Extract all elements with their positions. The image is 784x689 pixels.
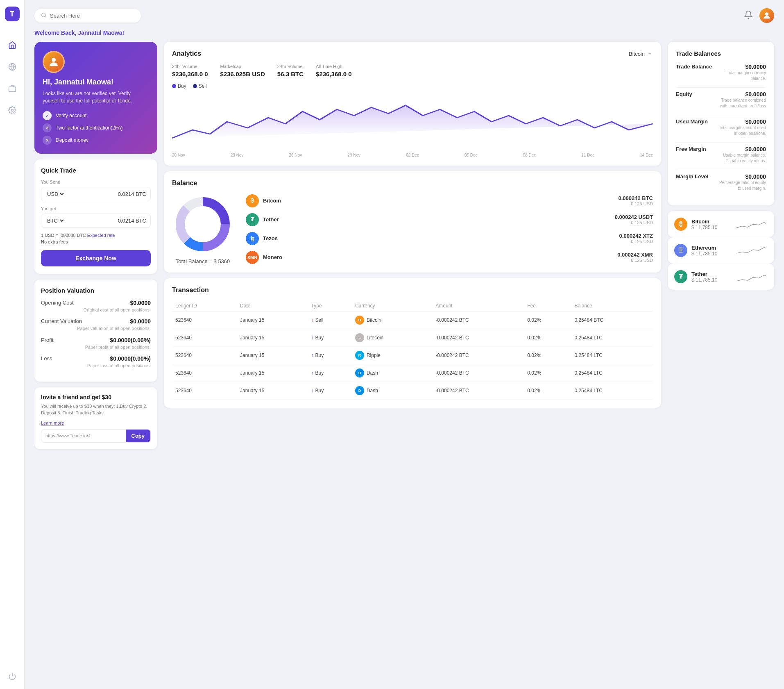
tb-label-2: Used Margin — [676, 118, 708, 125]
tx-currency: B Bitcoin — [352, 312, 432, 329]
sidebar-item-settings[interactable] — [8, 106, 16, 116]
step-2fa[interactable]: ✕ Two-factor authentication(2FA) — [43, 123, 149, 132]
main-content: Welcome Back, Jannatul Maowa! Hi, Jannat… — [25, 0, 784, 689]
tx-currency: L Litecoin — [352, 329, 432, 347]
tether-asset-icon: ₮ — [674, 270, 687, 283]
right-column: Trade Balances Trade Balance $0.0000 Tot… — [668, 42, 774, 290]
ethereum-asset-icon: Ξ — [674, 244, 687, 257]
balance-total: Total Balance = $ 5360 — [176, 258, 230, 264]
tb-label-4: Margin Level — [676, 173, 708, 180]
welcome-text: Welcome Back, Jannatul Maowa! — [34, 30, 774, 36]
profit-value: $0.0000(0.00%) — [110, 337, 151, 343]
coin-tezos: ꜩ Tezos 0.000242 XTZ 0.125 USD — [246, 232, 653, 245]
tx-balance: 0.25484 LTC — [571, 329, 653, 347]
position-valuation-title: Position Valuation — [41, 287, 151, 294]
tether-asset-price: $ 11,785.10 — [691, 277, 731, 283]
exchange-button[interactable]: Exchange Now — [41, 250, 151, 266]
get-input-row[interactable]: BTCUSDETH — [41, 214, 151, 228]
stat-label-1: Marketcap — [220, 64, 265, 69]
coin-bitcoin: ₿ Bitcoin 0.000242 BTC 0.125 USD — [246, 194, 653, 207]
chart-label-0: 20 Nov — [172, 153, 185, 157]
sidebar-item-power[interactable] — [8, 672, 16, 682]
analytics-card: Analytics Bitcoin 24hr Volume $236,368.0… — [164, 42, 661, 166]
step-verify[interactable]: ✓ Verify account — [43, 111, 149, 120]
get-amount-input[interactable] — [68, 218, 146, 224]
tx-type: ↓Sell — [308, 312, 351, 329]
analytics-title: Analytics — [172, 50, 201, 57]
copy-button[interactable]: Copy — [126, 430, 151, 442]
tb-value-2: $0.0000 — [717, 118, 766, 125]
tezos-name: Tezos — [263, 235, 288, 241]
bitcoin-asset-icon: ₿ — [674, 218, 687, 231]
step-deposit[interactable]: ✕ Deposit money — [43, 136, 149, 145]
stat-marketcap: Marketcap $236.025B USD — [220, 64, 265, 77]
content-grid: Hi, Jannatul Maowa! Looks like you are n… — [34, 42, 774, 449]
invite-card: Invite a friend and get $30 You will rec… — [34, 387, 157, 449]
you-get-label: You get — [41, 206, 151, 211]
coins-list: ₿ Bitcoin 0.000242 BTC 0.125 USD ₮ — [246, 194, 653, 264]
you-send-label: You Send — [41, 180, 151, 184]
chart-label-7: 11 Dec — [581, 153, 594, 157]
svg-point-5 — [42, 13, 45, 16]
legend-sell: Sell — [193, 83, 207, 89]
send-amount-input[interactable] — [68, 191, 146, 197]
tx-amount: -0.000242 BTC — [432, 382, 524, 400]
trade-balance-row-2: Used Margin $0.0000 Total margin amount … — [676, 118, 766, 143]
analytics-coin-select[interactable]: Bitcoin — [629, 51, 653, 57]
send-input-row[interactable]: USDBTCETH — [41, 187, 151, 201]
trade-balance-row-3: Free Margin $0.0000 Usable margin balanc… — [676, 146, 766, 170]
notification-icon[interactable] — [744, 10, 753, 21]
col-date: Date — [237, 300, 308, 312]
coin-monero: XMR Monero 0.000242 XMR 0.125 USD — [246, 251, 653, 264]
donut-chart — [172, 193, 233, 255]
col-ledger-id: Ledger ID — [172, 300, 237, 312]
tb-label-1: Equity — [676, 91, 692, 97]
search-input[interactable] — [50, 13, 134, 19]
step-cross-icon-2fa: ✕ — [43, 123, 52, 132]
search-bar[interactable] — [34, 9, 141, 23]
invite-desc: You will receive up to $30 when they: 1.… — [41, 403, 151, 416]
user-avatar[interactable] — [759, 8, 774, 23]
step-check-icon: ✓ — [43, 111, 52, 120]
chart-label-1: 23 Nov — [231, 153, 244, 157]
bitcoin-amount-btc: 0.000242 BTC — [618, 195, 653, 201]
invite-learn-more[interactable]: Learn more — [41, 421, 64, 425]
svg-rect-2 — [9, 87, 16, 92]
opening-cost-row: Opening Cost $0.0000 Original cost of al… — [41, 300, 151, 313]
table-row: 523640 January 15 ↑Buy R Ripple -0.00024… — [172, 347, 653, 364]
top-right — [744, 8, 774, 23]
tx-date: January 15 — [237, 329, 308, 347]
chart-label-5: 05 Dec — [465, 153, 478, 157]
chart-legend: Buy Sell — [172, 83, 653, 89]
app-logo[interactable]: T — [5, 7, 20, 21]
get-currency-select[interactable]: BTCUSDETH — [45, 217, 65, 224]
send-currency-select[interactable]: USDBTCETH — [45, 191, 65, 198]
stat-label-0: 24hr Volume — [172, 64, 208, 69]
bitcoin-sparkline — [735, 217, 768, 232]
col-fee: Fee — [524, 300, 571, 312]
invite-url-input[interactable] — [41, 430, 126, 441]
loss-desc: Paper loss of all open positions. — [41, 363, 151, 369]
tx-type: ↑Buy — [308, 364, 351, 382]
tx-id: 523640 — [172, 364, 237, 382]
sidebar-item-home[interactable] — [8, 41, 16, 51]
tx-balance: 0.25484 LTC — [571, 382, 653, 400]
coin-tether: ₮ Tether 0.000242 USDT 0.125 USD — [246, 213, 653, 226]
svg-point-8 — [52, 58, 56, 62]
ethereum-sparkline — [735, 243, 768, 258]
tx-amount: -0.000242 BTC — [432, 347, 524, 364]
current-valuation-desc: Paper valuation of all open positions. — [41, 325, 151, 332]
tx-amount: -0.000242 BTC — [432, 312, 524, 329]
step-verify-label: Verify account — [56, 113, 86, 118]
transaction-title: Transaction — [172, 287, 653, 294]
trade-balance-row-4: Margin Level $0.0000 Percentage ratio of… — [676, 173, 766, 191]
step-cross-icon-deposit: ✕ — [43, 136, 52, 145]
sidebar-item-briefcase[interactable] — [8, 84, 16, 95]
monero-amount-usd: 0.125 USD — [617, 258, 653, 263]
trade-balances-card: Trade Balances Trade Balance $0.0000 Tot… — [668, 42, 774, 205]
transaction-card: Transaction Ledger ID Date Type Currency… — [164, 278, 661, 408]
tx-fee: 0.02% — [524, 364, 571, 382]
sidebar-item-globe[interactable] — [8, 63, 16, 73]
svg-point-3 — [11, 109, 13, 111]
tb-desc-4: Percentage ratio of equity to used margi… — [717, 180, 766, 191]
